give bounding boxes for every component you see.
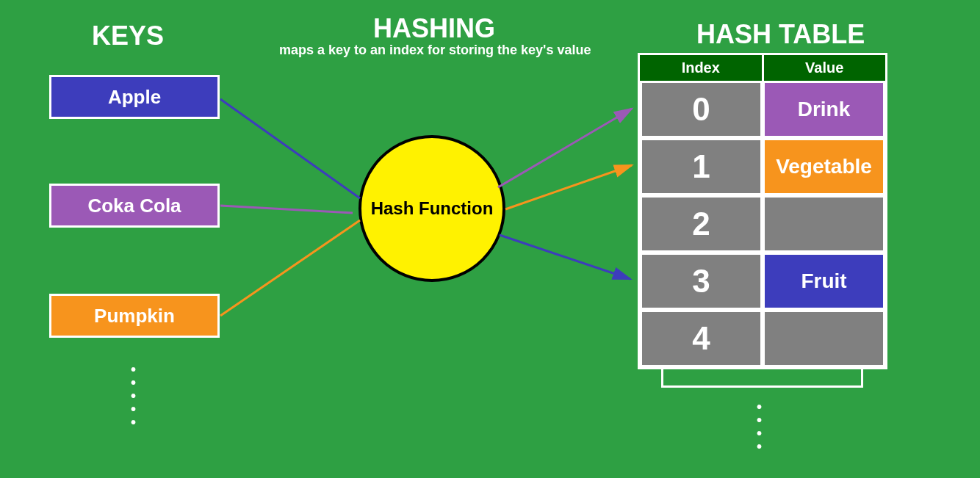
value-inner: Drink	[765, 83, 883, 136]
table-row: 1 Vegetable	[640, 138, 885, 195]
value-cell: Vegetable	[763, 138, 885, 195]
table-row: 2	[640, 195, 885, 253]
value-cell	[763, 310, 885, 367]
keys-ellipsis: •••••	[131, 363, 136, 429]
svg-line-4	[505, 165, 632, 209]
svg-line-0	[220, 99, 360, 198]
key-label: Coka Cola	[87, 195, 181, 217]
hash-function-circle: Hash Function	[359, 135, 505, 282]
key-box-2: Pumpkin	[49, 294, 220, 338]
value-cell: Fruit	[763, 253, 885, 310]
value-cell	[763, 195, 885, 253]
svg-line-5	[500, 235, 630, 279]
hash-table: Index Value 0 Drink 1 Vegetable 2 3 Frui…	[638, 53, 887, 369]
key-box-0: Apple	[49, 75, 220, 119]
heading-keys: KEYS	[92, 21, 164, 51]
table-ellipsis: ••••	[757, 400, 762, 453]
value-inner: Vegetable	[765, 140, 883, 193]
svg-line-2	[220, 220, 360, 316]
table-header-index: Index	[640, 55, 764, 81]
table-row: 4	[640, 310, 885, 367]
heading-hashing: HASHING	[373, 13, 495, 44]
value-cell: Drink	[763, 81, 885, 138]
index-cell: 2	[640, 195, 763, 253]
table-header-row: Index Value	[640, 55, 885, 81]
svg-line-3	[498, 109, 632, 187]
value-inner: Fruit	[765, 255, 883, 308]
table-bracket	[661, 367, 863, 388]
key-label: Pumpkin	[94, 305, 175, 327]
key-box-1: Coka Cola	[49, 184, 220, 228]
index-cell: 3	[640, 253, 763, 310]
hash-function-label: Hash Function	[371, 198, 494, 219]
table-row: 0 Drink	[640, 81, 885, 138]
svg-line-1	[220, 206, 353, 213]
key-label: Apple	[108, 86, 161, 109]
index-cell: 0	[640, 81, 763, 138]
value-inner	[765, 198, 883, 250]
value-inner	[765, 312, 883, 365]
index-cell: 1	[640, 138, 763, 195]
heading-subtitle: maps a key to an index for storing the k…	[279, 43, 591, 58]
index-cell: 4	[640, 310, 763, 367]
table-header-value: Value	[764, 55, 886, 81]
table-row: 3 Fruit	[640, 253, 885, 310]
heading-hashtable: HASH TABLE	[696, 19, 865, 50]
